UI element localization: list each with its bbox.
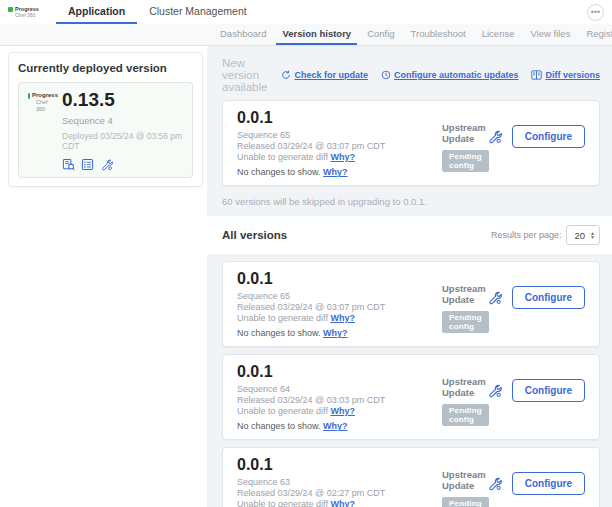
version-row: 0.0.1 Sequence 65 Released 03/29/24 @ 03…: [222, 261, 600, 347]
version-diff-note: Unable to generate diff Why?: [237, 313, 442, 324]
refresh-icon: [281, 70, 291, 80]
version-sequence: Sequence 63: [237, 477, 442, 488]
edit-config-icon[interactable]: [487, 383, 502, 398]
brand-product: Chef 360: [28, 99, 58, 113]
new-version-header: New version available Check for update C…: [222, 57, 600, 93]
currently-deployed-card: Currently deployed version Progress Chef…: [8, 52, 203, 187]
brand-logo-icon: [8, 7, 13, 12]
subnav-config[interactable]: Config: [361, 24, 400, 45]
diff-text: Unable to generate diff: [237, 313, 328, 323]
overflow-menu-icon[interactable]: •••: [587, 4, 604, 21]
configure-button[interactable]: Configure: [512, 472, 585, 495]
diff-preview-icon[interactable]: [62, 158, 75, 171]
brand-product: Chef 360: [8, 12, 42, 18]
subnav-troubleshoot[interactable]: Troubleshoot: [405, 24, 472, 45]
version-history-main: New version available Check for update C…: [207, 46, 612, 507]
schedule-icon: [381, 70, 391, 80]
subnav-license[interactable]: License: [476, 24, 521, 45]
new-version-heading: New version available: [222, 57, 281, 93]
brand-name: Progress: [32, 92, 58, 99]
status-badge: Pending config: [442, 311, 489, 333]
version-type: Upstream Update: [442, 283, 487, 305]
deployed-timestamp: Deployed 03/25/24 @ 03:56 pm CDT: [62, 131, 183, 151]
configure-button[interactable]: Configure: [512, 125, 585, 148]
version-number: 0.0.1: [237, 363, 442, 381]
diff-versions-link[interactable]: Diff versions: [531, 70, 600, 80]
new-version-card: 0.0.1 Sequence 65 Released 03/29/24 @ 03…: [222, 100, 600, 186]
check-for-update-link[interactable]: Check for update: [281, 70, 368, 80]
version-diff-note: Unable to generate diff Why?: [237, 152, 442, 163]
all-versions-header: All versions Results per page: 20 ▲▼: [207, 216, 612, 254]
changes-why-link[interactable]: Why?: [323, 167, 348, 177]
subnav-version-history[interactable]: Version history: [276, 24, 357, 45]
version-type: Upstream Update: [442, 122, 487, 144]
diff-why-link[interactable]: Why?: [330, 406, 355, 416]
diff-why-link[interactable]: Why?: [330, 152, 355, 162]
status-badge: Pending config: [442, 150, 489, 172]
release-notes-icon[interactable]: [81, 158, 94, 171]
version-number: 0.0.1: [237, 270, 442, 288]
results-per-page-select[interactable]: 20 ▲▼: [566, 225, 600, 245]
changes-why-link[interactable]: Why?: [323, 328, 348, 338]
version-released: Released 03/29/24 @ 02:27 pm CDT: [237, 488, 442, 499]
results-per-page-value: 20: [574, 230, 585, 241]
page-content: Currently deployed version Progress Chef…: [0, 46, 612, 507]
skip-note: 60 versions will be skipped in upgrading…: [222, 196, 600, 207]
diff-icon: [531, 70, 542, 80]
configure-button[interactable]: Configure: [512, 286, 585, 309]
edit-config-icon[interactable]: [100, 158, 113, 171]
changes-why-link[interactable]: Why?: [323, 421, 348, 431]
diff-text: Unable to generate diff: [237, 499, 328, 507]
configure-automatic-updates-link[interactable]: Configure automatic updates: [381, 70, 519, 80]
configure-button[interactable]: Configure: [512, 379, 585, 402]
version-type: Upstream Update: [442, 469, 487, 491]
edit-config-icon[interactable]: [487, 476, 502, 491]
version-row: 0.0.1 Sequence 64 Released 03/29/24 @ 03…: [222, 354, 600, 440]
deployed-version-card: Progress Chef 360 0.13.5 Sequence 4 Depl…: [18, 82, 193, 178]
edit-config-icon[interactable]: [487, 290, 502, 305]
version-released: Released 03/29/24 @ 03:03 pm CDT: [237, 395, 442, 406]
sub-nav: Dashboard Version history Config Trouble…: [0, 24, 612, 46]
admin-console: Progress Chef 360 Application Cluster Ma…: [0, 0, 612, 507]
status-badge: Pending config: [442, 497, 489, 507]
changes-text: No changes to show.: [237, 421, 321, 431]
version-row: 0.0.1 Sequence 63 Released 03/29/24 @ 02…: [222, 447, 600, 507]
top-nav: Progress Chef 360 Application Cluster Ma…: [0, 0, 612, 24]
version-type: Upstream Update: [442, 376, 487, 398]
deployed-app-logo: Progress Chef 360: [28, 90, 58, 171]
results-per-page: Results per page: 20 ▲▼: [491, 225, 600, 245]
update-actions: Check for update Configure automatic upd…: [281, 70, 600, 80]
edit-config-icon[interactable]: [487, 129, 502, 144]
version-changes-note: No changes to show. Why?: [237, 328, 442, 339]
all-versions-heading: All versions: [222, 229, 287, 241]
subnav-registry-settings[interactable]: Registry settings: [580, 24, 612, 45]
brand-logo-icon: [28, 93, 30, 99]
deployed-sequence: Sequence 4: [62, 115, 183, 126]
deployed-version-number: 0.13.5: [62, 90, 183, 110]
deployed-column: Currently deployed version Progress Chef…: [0, 46, 207, 507]
changes-text: No changes to show.: [237, 328, 321, 338]
version-sequence: Sequence 65: [237, 291, 442, 302]
status-badge: Pending config: [442, 404, 489, 426]
results-per-page-label: Results per page:: [491, 230, 562, 240]
changes-text: No changes to show.: [237, 167, 321, 177]
app-logo: Progress Chef 360: [8, 0, 42, 24]
subnav-dashboard[interactable]: Dashboard: [214, 24, 272, 45]
deployed-title: Currently deployed version: [18, 62, 193, 74]
version-list: 0.0.1 Sequence 65 Released 03/29/24 @ 03…: [207, 254, 612, 507]
version-diff-note: Unable to generate diff Why?: [237, 499, 442, 507]
version-changes-note: No changes to show. Why?: [237, 421, 442, 432]
subnav-view-files[interactable]: View files: [524, 24, 576, 45]
version-sequence: Sequence 64: [237, 384, 442, 395]
diff-text: Unable to generate diff: [237, 152, 328, 162]
version-released: Released 03/29/24 @ 03:07 pm CDT: [237, 302, 442, 313]
diff-why-link[interactable]: Why?: [330, 499, 355, 507]
version-diff-note: Unable to generate diff Why?: [237, 406, 442, 417]
tab-cluster-management[interactable]: Cluster Management: [137, 0, 258, 24]
top-nav-spacer: [259, 0, 587, 24]
stepper-arrows-icon[interactable]: ▲▼: [590, 231, 595, 239]
deployed-actions: [62, 158, 183, 171]
tab-application[interactable]: Application: [56, 0, 137, 24]
diff-why-link[interactable]: Why?: [330, 313, 355, 323]
diff-text: Unable to generate diff: [237, 406, 328, 416]
